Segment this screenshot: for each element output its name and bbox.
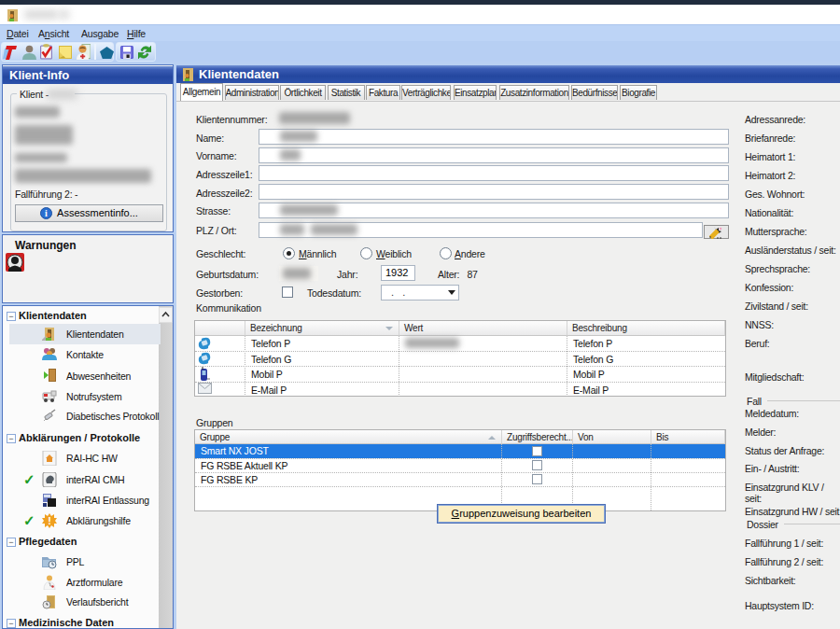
svg-text:i: i bbox=[45, 208, 48, 218]
svg-text:!: ! bbox=[48, 515, 51, 526]
